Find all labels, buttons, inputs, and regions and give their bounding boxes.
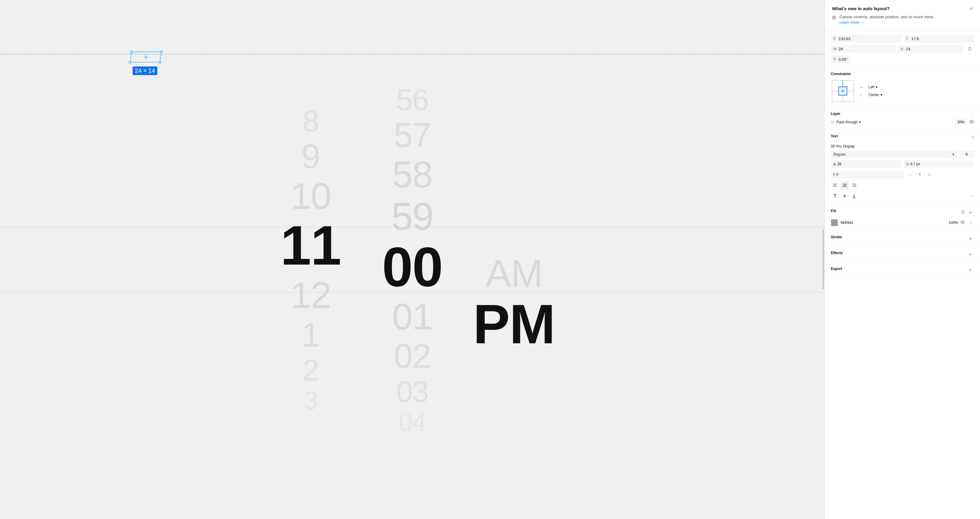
layer-blend-icon: ◎ (831, 120, 834, 124)
min-56: 56 (361, 83, 463, 116)
fill-grid-icon[interactable]: ⠿ (960, 209, 966, 216)
hours-column[interactable]: 8 9 10 11 12 1 2 3 (260, 104, 361, 415)
fill-color-swatch[interactable] (831, 219, 838, 226)
visibility-toggle[interactable] (969, 120, 974, 124)
constraints-dropdowns: ↔ Left ▾ ↕ Center ▾ (859, 85, 974, 97)
ampm-pm-active: PM (463, 295, 565, 353)
hour-1: 1 (260, 316, 361, 354)
text-title: Text (831, 134, 838, 138)
wh-row: W 24 H 14 (831, 45, 974, 53)
fill-section: Fill ⠿ + 9A99A2 100% − (825, 205, 980, 231)
canvas[interactable]: 24 × 14 8 9 10 11 12 1 2 3 56 57 58 59 (0, 0, 824, 519)
paragraph-value: 0 (836, 172, 838, 177)
letter-spacing-value: 0.7 px (910, 162, 920, 166)
paragraph-icon: ¶ (833, 173, 835, 176)
fill-remove-btn[interactable]: − (967, 219, 974, 226)
rotation-field[interactable]: ↻ 0.05° (831, 56, 850, 63)
text-drag-handle[interactable]: ⠿ (971, 135, 974, 140)
font-name[interactable]: SF Pro Display (831, 144, 974, 149)
w-label: W (833, 47, 837, 51)
valign-bottom-btn[interactable] (850, 192, 858, 200)
hour-11-active: 11 (260, 216, 361, 275)
opacity-value[interactable]: 30% (955, 119, 967, 125)
text-metrics-row: A 28 A| 0.7 px (831, 160, 974, 168)
stroke-add-btn[interactable]: + (967, 235, 974, 242)
stroke-header: Stroke + (831, 235, 974, 242)
valign-middle-btn[interactable] (840, 192, 849, 200)
text-more-options[interactable]: ⋯ (970, 194, 974, 198)
time-columns: 8 9 10 11 12 1 2 3 56 57 58 59 00 01 02 … (260, 83, 565, 436)
rotation-icon: ↻ (833, 57, 836, 61)
minutes-column[interactable]: 56 57 58 59 00 01 02 03 04 (361, 83, 463, 436)
banner-link[interactable]: Learn more → (840, 20, 864, 24)
vertical-constraint-row: ↕ Center ▾ (859, 92, 974, 97)
min-58: 58 (361, 154, 463, 195)
export-header: Export + (831, 267, 974, 274)
fill-actions: ⠿ + (960, 209, 974, 216)
effects-header: Effects + (831, 251, 974, 258)
w-value: 24 (838, 47, 894, 51)
align-left-btn[interactable] (831, 181, 839, 190)
text-wrap-icon[interactable]: ↔ (906, 170, 915, 179)
line-height-value: 28 (837, 162, 841, 166)
fill-opacity[interactable]: 100% (944, 220, 958, 225)
effects-title: Effects (831, 251, 843, 255)
paragraph-spacing-field[interactable]: ¶ 0 (831, 171, 904, 178)
effects-section: Effects + (825, 247, 980, 262)
paragraph-row: ¶ 0 ↔ ≡ □ (831, 170, 974, 179)
layer-title: Layer (831, 112, 974, 116)
hour-3: 3 (260, 386, 361, 415)
right-panel: What's new in auto layout? × ⊞ Canvas co… (824, 0, 980, 519)
rotation-toggle[interactable] (966, 45, 974, 53)
whats-new-banner: What's new in auto layout? × ⊞ Canvas co… (825, 0, 980, 31)
text-align-row (831, 181, 974, 190)
banner-icon: ⊞ (832, 15, 836, 20)
banner-title: What's new in auto layout? (832, 6, 973, 11)
font-style-select[interactable]: Regular ▾ (831, 151, 957, 158)
fill-add-btn[interactable]: + (967, 209, 974, 216)
hour-8: 8 (260, 104, 361, 137)
valign-top-btn[interactable] (831, 192, 839, 200)
canvas-scrollbar[interactable] (822, 230, 824, 289)
hour-12: 12 (260, 275, 361, 316)
h-value: 14 (906, 47, 961, 51)
blend-mode-chevron: ▾ (859, 120, 861, 124)
line-height-field[interactable]: A 28 (831, 160, 901, 168)
text-header: Text ⠿ (831, 134, 974, 141)
align-center-btn[interactable] (840, 181, 849, 190)
align-right-btn[interactable] (850, 181, 858, 190)
fill-color-hex[interactable]: 9A99A2 (840, 220, 942, 225)
min-04: 04 (361, 408, 463, 436)
constraints-box[interactable] (831, 79, 855, 103)
y-label: Y (906, 37, 910, 41)
svg-point-15 (971, 121, 972, 122)
blend-mode-select[interactable]: Pass through ▾ (837, 120, 861, 124)
vertical-constraint-select[interactable]: Center ▾ (867, 92, 883, 97)
hour-10: 10 (260, 176, 361, 217)
font-style-label: Regular (833, 152, 846, 156)
letter-spacing-field[interactable]: A| 0.7 px (904, 160, 974, 168)
text-clip-icon[interactable]: □ (925, 170, 934, 179)
horizontal-constraint-select[interactable]: Left ▾ (867, 85, 879, 90)
h-field[interactable]: H 14 (898, 45, 964, 53)
rotation-value: 0.05° (838, 57, 848, 62)
w-field[interactable]: W 24 (831, 45, 896, 53)
fill-header-row: Fill ⠿ + (831, 209, 974, 216)
fill-visibility-btn[interactable] (960, 220, 965, 225)
constraints-layout: ↔ Left ▾ ↕ Center ▾ (831, 79, 974, 103)
ampm-am: AM (463, 252, 565, 295)
layer-opacity: 30% (955, 119, 974, 125)
close-button[interactable]: × (968, 5, 975, 12)
effects-add-btn[interactable]: + (967, 251, 974, 258)
export-add-btn[interactable]: + (967, 267, 974, 273)
time-picker[interactable]: 8 9 10 11 12 1 2 3 56 57 58 59 00 01 02 … (0, 0, 824, 519)
min-57: 57 (361, 116, 463, 154)
horizontal-constraint-chevron: ▾ (876, 85, 877, 89)
min-03: 03 (361, 375, 463, 408)
x-field[interactable]: X 133.63 (831, 35, 901, 43)
y-field[interactable]: Y 17.6 (904, 35, 974, 43)
hour-9: 9 (260, 137, 361, 176)
text-overflow-icon[interactable]: ≡ (916, 170, 924, 179)
ampm-column[interactable]: AM PM (463, 166, 565, 353)
font-size-input[interactable]: 9 (959, 151, 974, 158)
